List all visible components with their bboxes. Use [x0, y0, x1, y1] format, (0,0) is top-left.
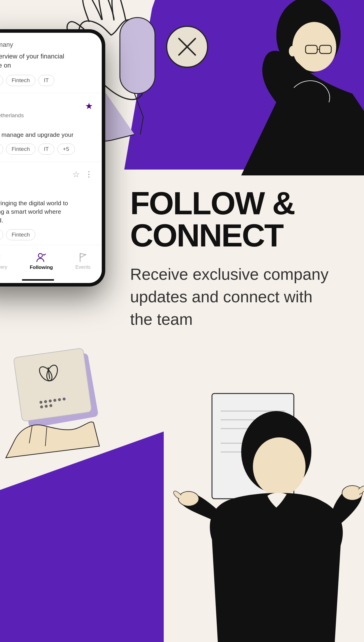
person-top-right-illustration [241, 0, 364, 175]
tag: nce [0, 75, 3, 86]
nav-item-following[interactable]: Following [30, 252, 53, 270]
card3-tags: nce Fintech [0, 229, 93, 240]
svg-rect-0 [120, 18, 155, 94]
svg-point-9 [289, 46, 296, 56]
svg-rect-12 [13, 348, 92, 421]
card2-location: am, Netherlands [0, 112, 93, 119]
svg-point-10 [38, 253, 42, 258]
card1-tags: nce Fintech IT [0, 75, 93, 86]
bottom-card-illustration [9, 341, 120, 452]
card3-provider: etInc [0, 188, 93, 195]
company-card-2: and ★ am, Netherlands etInc you to manag… [0, 93, 102, 162]
svg-point-34 [178, 491, 199, 506]
card3-star-empty[interactable]: ☆ [73, 170, 80, 179]
card3-location: , USA [0, 181, 93, 187]
card1-description: an overview of your financialric eye on [0, 52, 93, 70]
bottom-person-illustration [130, 364, 364, 642]
tag: IT [38, 75, 54, 86]
following-icon [36, 252, 47, 263]
home-indicator [22, 279, 54, 281]
svg-point-32 [253, 437, 306, 496]
bottom-nav: Discovery Following [0, 245, 102, 283]
phone-screen: , Germany an overview of your financialr… [0, 33, 102, 283]
hero-text-area: FOLLOW & CONNECT Receive exclusive compa… [118, 175, 352, 342]
sparkle-icon [0, 252, 2, 263]
company-card-1: , Germany an overview of your financialr… [0, 33, 102, 93]
phone-mockup: , Germany an overview of your financialr… [0, 29, 117, 298]
tag: Fintech [6, 229, 35, 240]
card2-description: you to manage and upgrade your [0, 130, 93, 139]
hero-title: FOLLOW & CONNECT [130, 187, 341, 251]
card2-tags: nce Fintech IT +5 [0, 144, 93, 155]
tag: IT [38, 144, 54, 155]
phone-frame: , Germany an overview of your financialr… [0, 29, 105, 287]
nav-label-following: Following [30, 265, 53, 270]
tag: Fintech [6, 144, 35, 155]
card1-location: , Germany [0, 41, 93, 49]
nav-label-discovery: Discovery [0, 264, 7, 270]
card2-provider: etInc [0, 120, 93, 126]
nav-item-discovery[interactable]: Discovery [0, 252, 7, 270]
company-card-3: er ☆ ⋮ , USA etInc d to bringing the dig… [0, 162, 102, 248]
flag-icon [78, 252, 88, 263]
tag-count: +5 [57, 144, 75, 155]
card3-more-options[interactable]: ⋮ [85, 170, 93, 179]
nav-item-events[interactable]: Events [75, 252, 91, 270]
tag: nce [0, 229, 3, 240]
hero-subtitle: Receive exclusive company updates and co… [130, 263, 335, 331]
nav-label-events: Events [75, 264, 91, 270]
tag: Fintech [6, 75, 35, 86]
card3-description: d to bringing the digital world tobuildi… [0, 199, 93, 225]
tag: nce [0, 144, 3, 155]
card2-star-filled[interactable]: ★ [85, 101, 93, 111]
